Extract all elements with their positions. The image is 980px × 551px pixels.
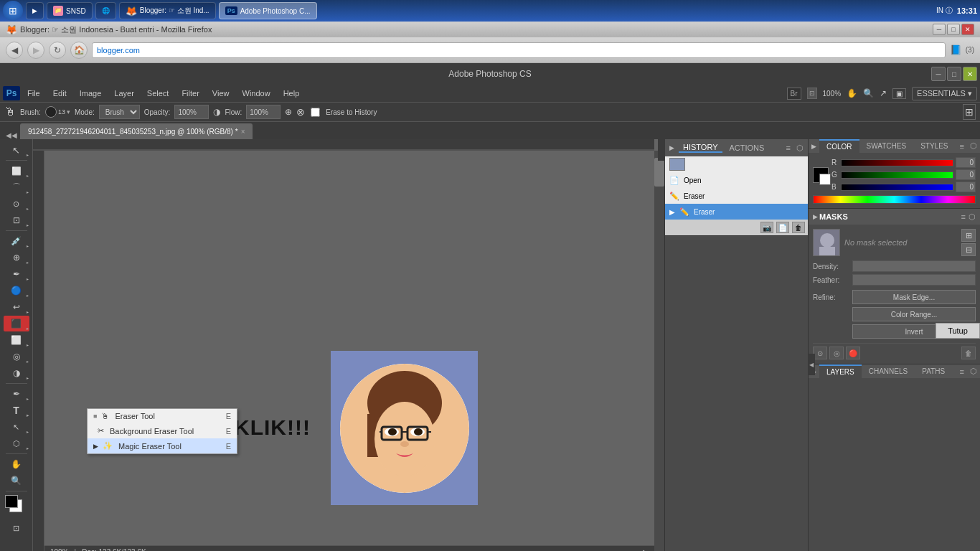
color-options[interactable]: ≡ bbox=[957, 142, 967, 151]
brush-preview[interactable]: 13 ▾ bbox=[45, 106, 70, 118]
menu-layer[interactable]: Layer bbox=[108, 88, 140, 99]
start-button[interactable]: ⊞ bbox=[3, 1, 23, 21]
blur-tool[interactable]: ◎▸ bbox=[4, 349, 29, 364]
tab-scroll-left[interactable]: ◀◀ bbox=[3, 131, 20, 139]
hand-tool-sidebar[interactable]: ✋ bbox=[4, 456, 29, 472]
mask-icon-2[interactable]: ◎ bbox=[829, 347, 844, 359]
screen-mode[interactable]: ⊡ bbox=[4, 520, 29, 536]
eraser-tool-menu-item[interactable]: ■ 🖱 Eraser Tool E bbox=[88, 409, 237, 423]
b-slider[interactable] bbox=[841, 184, 953, 191]
pen-tool[interactable]: ✒▸ bbox=[4, 386, 29, 402]
masks-menu[interactable]: ⬡ bbox=[969, 212, 976, 222]
taskbar-snsd[interactable]: 📁 SNSD bbox=[47, 2, 93, 19]
heal-tool[interactable]: ⊕▸ bbox=[4, 250, 29, 265]
menu-window[interactable]: Window bbox=[237, 88, 276, 99]
add-pixel-mask-btn[interactable]: ⊞ bbox=[961, 229, 976, 242]
opacity-input[interactable] bbox=[174, 105, 209, 119]
mask-edge-button[interactable]: Mask Edge... bbox=[852, 290, 976, 304]
magic-eraser-tool-menu-item[interactable]: ▶ ✨ Magic Eraser Tool E bbox=[88, 438, 237, 453]
history-item-eraser2[interactable]: ▶ ✏️ Eraser bbox=[665, 204, 808, 220]
bg-eraser-tool-menu-item[interactable]: ✂ Background Eraser Tool E bbox=[88, 423, 237, 438]
back-button[interactable]: ◀ bbox=[6, 42, 23, 59]
menu-file[interactable]: File bbox=[22, 88, 46, 99]
quick-select-tool[interactable]: ⊙▸ bbox=[4, 196, 29, 212]
essentials-button[interactable]: ESSENTIALS ▾ bbox=[912, 87, 977, 100]
collapse-handle-top[interactable] bbox=[658, 139, 665, 161]
panel-resize-handle[interactable]: ◀ bbox=[808, 354, 815, 375]
channels-tab[interactable]: CHANNELS bbox=[862, 365, 915, 377]
styles-tab[interactable]: STYLES bbox=[913, 140, 955, 152]
taskbar-firefox[interactable]: 🦊 Blogger: ☞ 소원 Ind... bbox=[119, 2, 216, 19]
zoom-tool-sidebar[interactable]: 🔍 bbox=[4, 473, 29, 489]
bridge-icon[interactable]: Br bbox=[787, 88, 801, 100]
path-tool[interactable]: ↖▸ bbox=[4, 419, 29, 435]
gradient-tool[interactable]: ⬜▸ bbox=[4, 332, 29, 348]
density-input[interactable] bbox=[852, 260, 976, 272]
g-value[interactable] bbox=[956, 169, 976, 180]
scrollbar-vertical[interactable] bbox=[654, 151, 664, 551]
taskbar-media[interactable]: ▶ bbox=[26, 2, 44, 19]
zoom-tool-icon[interactable]: 🔍 bbox=[863, 88, 874, 98]
taskbar-photoshop[interactable]: Ps Adobe Photoshop C... bbox=[219, 2, 317, 19]
history-item-open[interactable]: 📄 Open bbox=[665, 172, 808, 188]
hand-tool-icon[interactable]: ✋ bbox=[847, 88, 857, 98]
color-spectrum[interactable] bbox=[813, 195, 976, 204]
type-tool[interactable]: T▸ bbox=[4, 402, 29, 418]
layers-tab[interactable]: LAYERS bbox=[819, 364, 862, 378]
shape-tool[interactable]: ⬡▸ bbox=[4, 435, 29, 451]
b-value[interactable] bbox=[956, 182, 976, 192]
color-range-button[interactable]: Color Range... bbox=[852, 307, 976, 321]
panel-toggle-icon[interactable]: ⊞ bbox=[963, 104, 976, 120]
document-tab[interactable]: 912458_272721946204011_845035253_n.jpg @… bbox=[20, 123, 253, 139]
firefox-minimize[interactable]: ─ bbox=[933, 24, 946, 35]
paths-tab[interactable]: PATHS bbox=[915, 365, 952, 377]
masks-options[interactable]: ≡ bbox=[961, 212, 966, 221]
add-vector-mask-btn[interactable]: ⊟ bbox=[961, 243, 976, 256]
reload-button[interactable]: ↻ bbox=[49, 42, 66, 59]
crop-tool[interactable]: ⊡▸ bbox=[4, 212, 29, 228]
home-button[interactable]: 🏠 bbox=[70, 42, 88, 59]
g-slider[interactable] bbox=[841, 171, 953, 179]
r-slider[interactable] bbox=[841, 159, 953, 166]
mode-select[interactable]: Brush bbox=[99, 105, 140, 119]
tab-close-button[interactable]: × bbox=[241, 128, 245, 136]
color-swatch[interactable] bbox=[5, 495, 28, 518]
layers-options[interactable]: ≡ bbox=[957, 367, 967, 376]
mask-icon-1[interactable]: ⊙ bbox=[813, 347, 827, 359]
move-tool[interactable]: ↖▸ bbox=[4, 142, 29, 158]
ps-close[interactable]: ✕ bbox=[963, 67, 977, 81]
scrollbar-thumb-v[interactable] bbox=[654, 158, 664, 187]
actions-tab[interactable]: ACTIONS bbox=[725, 143, 769, 152]
stamp-tool[interactable]: 🔵▸ bbox=[4, 283, 29, 298]
history-menu[interactable]: ⬡ bbox=[796, 143, 804, 153]
history-tab[interactable]: HISTORY bbox=[679, 143, 722, 153]
history-item-eraser1[interactable]: ✏️ Eraser bbox=[665, 188, 808, 204]
history-delete[interactable]: 🗑 bbox=[792, 222, 805, 233]
menu-edit[interactable]: Edit bbox=[47, 88, 72, 99]
dodge-tool[interactable]: ◑▸ bbox=[4, 365, 29, 381]
menu-image[interactable]: Image bbox=[74, 88, 108, 99]
r-value[interactable] bbox=[956, 157, 976, 168]
history-new-snapshot[interactable]: 📷 bbox=[760, 222, 773, 233]
fg-color-swatch[interactable] bbox=[813, 167, 829, 183]
view-mode-icon[interactable]: ⊡ bbox=[807, 88, 817, 99]
eyedropper-tool[interactable]: 💉▸ bbox=[4, 233, 29, 249]
bg-color-swatch[interactable] bbox=[819, 174, 831, 185]
menu-select[interactable]: Select bbox=[141, 88, 175, 99]
menu-help[interactable]: Help bbox=[278, 88, 306, 99]
history-brush-tool[interactable]: ↩▸ bbox=[4, 299, 29, 315]
ps-minimize[interactable]: ─ bbox=[931, 67, 946, 81]
layers-menu[interactable]: ⬡ bbox=[967, 367, 980, 376]
screen-mode-icon[interactable]: ▣ bbox=[892, 88, 906, 99]
firefox-maximize[interactable]: □ bbox=[947, 24, 960, 35]
marquee-tool[interactable]: ⬜▸ bbox=[4, 163, 29, 179]
mask-icon-delete[interactable]: 🗑 bbox=[961, 347, 976, 359]
history-options[interactable]: ≡ bbox=[786, 143, 791, 152]
taskbar-chrome[interactable]: 🌐 bbox=[95, 2, 116, 19]
rotate-tool-icon[interactable]: ↗ bbox=[880, 88, 887, 98]
firefox-close[interactable]: ✕ bbox=[961, 24, 974, 35]
url-bar[interactable]: blogger.com bbox=[92, 42, 946, 58]
mask-icon-3[interactable]: 🔴 bbox=[846, 347, 860, 359]
ps-maximize[interactable]: □ bbox=[947, 67, 961, 81]
history-new-doc[interactable]: 📄 bbox=[776, 222, 789, 233]
